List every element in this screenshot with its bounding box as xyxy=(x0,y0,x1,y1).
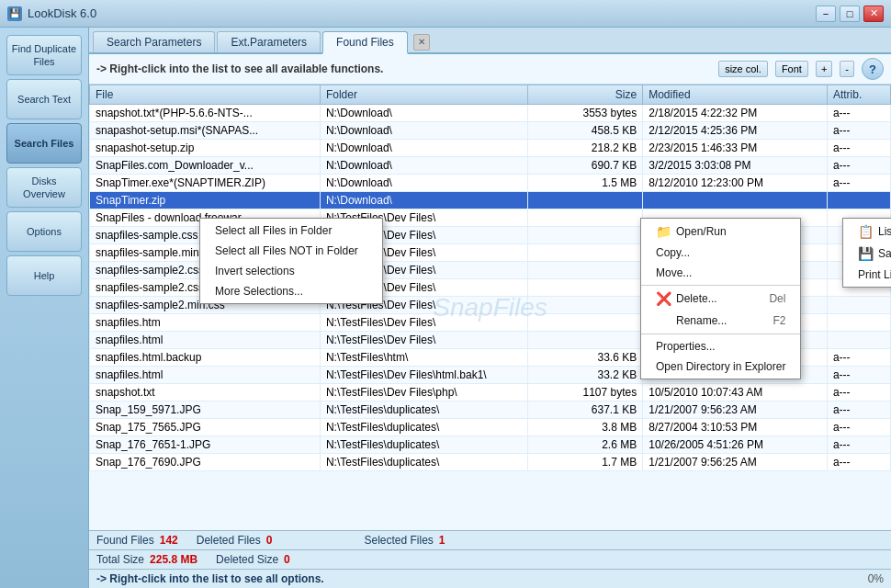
table-row[interactable]: SnapFiles.com_Downloader_v...N:\Download… xyxy=(90,157,891,175)
cell-modified: 2/18/2015 4:22:32 PM xyxy=(643,105,828,122)
cell-size xyxy=(527,244,642,262)
cell-modified: 2/12/2015 4:25:36 PM xyxy=(643,122,828,140)
font-minus-button[interactable]: - xyxy=(840,61,854,77)
cell-folder: N:\TestFiles\Dev Files\ xyxy=(320,314,527,332)
help-icon-button[interactable]: ? xyxy=(862,58,884,80)
cell-folder: N:\Download\ xyxy=(320,157,527,175)
window-controls: − □ ✕ xyxy=(816,6,884,22)
total-size-label: Total Size xyxy=(96,553,144,566)
sidebar-item-find-duplicate[interactable]: Find DuplicateFiles xyxy=(6,35,82,75)
table-row[interactable]: Snap_159_5971.JPGN:\TestFiles\duplicates… xyxy=(90,401,891,419)
ctx-invert-selections[interactable]: Invert selections xyxy=(200,261,382,281)
size-col-button[interactable]: size col. xyxy=(718,61,768,77)
cell-folder: N:\Download\ xyxy=(320,105,527,122)
cell-size xyxy=(527,192,642,209)
table-row[interactable]: snapashot-setup.msi*(SNAPAS...N:\Downloa… xyxy=(90,122,891,140)
column-header-size[interactable]: Size xyxy=(527,85,642,105)
minimize-button[interactable]: − xyxy=(816,6,836,22)
cell-attrib xyxy=(827,332,890,349)
cell-size: 3553 bytes xyxy=(527,105,642,122)
cell-size: 637.1 KB xyxy=(527,401,642,419)
ctx-open-run[interactable]: 📁 Open/Run xyxy=(641,220,800,243)
ctx-save-list-label: Save List... xyxy=(878,247,891,260)
cell-attrib: a--- xyxy=(827,140,890,157)
status-bar: Found Files 142 Deleted Files 0 Selected… xyxy=(89,530,891,549)
table-row[interactable]: Snap_175_7565.JPGN:\TestFiles\duplicates… xyxy=(90,419,891,436)
sidebar-item-help[interactable]: Help xyxy=(6,255,82,296)
cell-folder: N:\Download\ xyxy=(320,175,527,192)
found-files-label: Found Files xyxy=(96,534,154,547)
content-area: Search Parameters Ext.Parameters Found F… xyxy=(89,28,891,588)
sidebar-item-search-text[interactable]: Search Text xyxy=(6,79,82,119)
cell-size: 218.2 KB xyxy=(527,140,642,157)
table-row[interactable]: SnapTimer.zipN:\Download\ xyxy=(90,192,891,209)
ctx-move[interactable]: Move... xyxy=(641,263,800,283)
table-row[interactable]: SnapTimer.exe*(SNAPTIMER.ZIP)N:\Download… xyxy=(90,175,891,192)
ctx-open-directory[interactable]: Open Directory in Explorer xyxy=(641,356,800,377)
sidebar-item-disks-overview[interactable]: Disks Overview xyxy=(6,167,82,208)
column-header-file[interactable]: File xyxy=(90,85,321,105)
table-row[interactable]: snapshot.txt*(PHP-5.6.6-NTS-...N:\Downlo… xyxy=(90,105,891,122)
cell-size xyxy=(527,314,642,332)
ctx-select-all-not-in-folder[interactable]: Select all Files NOT in Folder xyxy=(200,241,382,261)
status-bar-2: Total Size 225.8 MB Deleted Size 0 xyxy=(89,549,891,569)
cell-file: snapfiles.html xyxy=(90,332,321,349)
cell-file: snapashot-setup.zip xyxy=(90,140,321,157)
ctx-delete[interactable]: ❌ Delete... Del xyxy=(641,288,800,310)
sidebar-item-options[interactable]: Options xyxy=(6,211,82,252)
table-header-row: File Folder Size Modified Attrib. xyxy=(90,85,891,105)
table-row[interactable]: snapashot-setup.zipN:\Download\218.2 KB2… xyxy=(90,140,891,157)
cell-file: SnapTimer.zip xyxy=(90,192,321,209)
bottom-bar: -> Right-click into the list to see all … xyxy=(89,569,891,588)
cell-size: 3.8 MB xyxy=(527,419,642,436)
column-header-attrib[interactable]: Attrib. xyxy=(827,85,890,105)
cell-modified: 1/21/2007 9:56:23 AM xyxy=(643,401,828,419)
cell-folder: N:\TestFiles\duplicates\ xyxy=(320,436,527,454)
maximize-button[interactable]: □ xyxy=(840,6,860,22)
tab-bar: Search Parameters Ext.Parameters Found F… xyxy=(89,28,891,54)
ctx-properties[interactable]: Properties... xyxy=(641,336,800,356)
cell-file: snapfiles.htm xyxy=(90,314,321,332)
cell-folder: N:\Download\ xyxy=(320,122,527,140)
tab-ext-parameters[interactable]: Ext.Parameters xyxy=(217,31,321,52)
font-plus-button[interactable]: + xyxy=(816,61,832,77)
ctx-save-list[interactable]: 💾 Save List... xyxy=(843,243,891,265)
ctx-select-all-in-folder[interactable]: Select all Files in Folder xyxy=(200,220,382,241)
cell-file: Snap_159_5971.JPG xyxy=(90,401,321,419)
progress-text: 0% xyxy=(868,572,884,585)
total-size-value: 225.8 MB xyxy=(150,553,197,566)
cell-size: 1107 bytes xyxy=(527,384,642,401)
tab-found-files[interactable]: Found Files xyxy=(322,31,408,54)
tab-search-parameters[interactable]: Search Parameters xyxy=(93,31,215,52)
cell-attrib: a--- xyxy=(827,122,890,140)
font-button[interactable]: Font xyxy=(775,61,808,77)
ctx-more-selections[interactable]: More Selections... xyxy=(200,281,382,301)
cell-size: 33.6 KB xyxy=(527,349,642,367)
list-options-icon: 📋 xyxy=(858,224,873,239)
tab-close-button[interactable]: ✕ xyxy=(413,34,430,51)
table-row[interactable]: Snap_176_7651-1.JPGN:\TestFiles\duplicat… xyxy=(90,436,891,454)
cell-folder: N:\TestFiles\htm\ xyxy=(320,349,527,367)
table-row[interactable]: Snap_176_7690.JPGN:\TestFiles\duplicates… xyxy=(90,454,891,471)
ctx-copy[interactable]: Copy... xyxy=(641,243,800,263)
deleted-size-label: Deleted Size xyxy=(216,553,278,566)
app-icon: 💾 xyxy=(7,6,22,21)
cell-size xyxy=(527,227,642,244)
table-row[interactable]: snapshot.txtN:\TestFiles\Dev Files\php\1… xyxy=(90,384,891,401)
close-button[interactable]: ✕ xyxy=(863,6,884,22)
sidebar-item-search-files[interactable]: Search Files xyxy=(6,123,82,164)
cell-size xyxy=(527,209,642,227)
ctx-print-list[interactable]: Print List... xyxy=(843,265,891,285)
deleted-files-value: 0 xyxy=(266,534,273,547)
ctx-rename[interactable]: Rename... F2 xyxy=(641,310,800,332)
cell-file: Snap_176_7690.JPG xyxy=(90,454,321,471)
cell-file: snapshot.txt*(PHP-5.6.6-NTS-... xyxy=(90,105,321,122)
column-header-folder[interactable]: Folder xyxy=(320,85,527,105)
column-header-modified[interactable]: Modified xyxy=(643,85,828,105)
save-list-icon: 💾 xyxy=(858,246,873,261)
cell-size: 690.7 KB xyxy=(527,157,642,175)
ctx-separator-1 xyxy=(641,285,800,286)
open-run-icon: 📁 xyxy=(656,224,671,239)
ctx-list-options[interactable]: 📋 List Options... xyxy=(843,220,891,243)
status-deleted-files: Deleted Files 0 xyxy=(197,534,273,547)
